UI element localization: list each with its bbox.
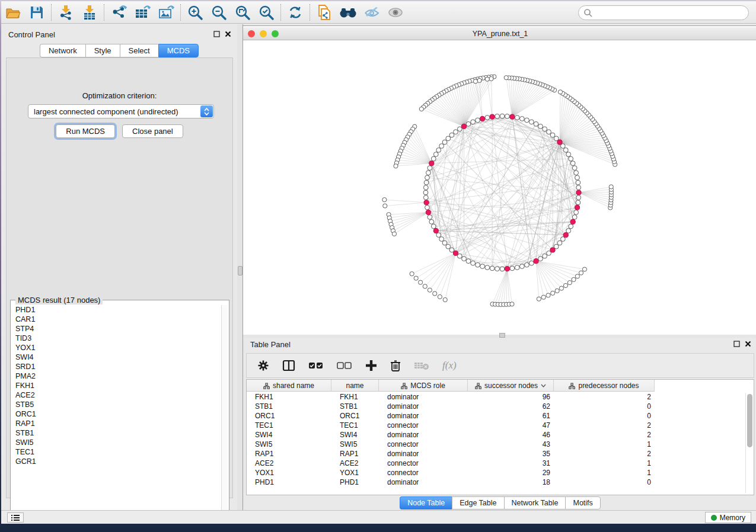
table-row[interactable]: SWI5SWI5connector431 [247, 440, 745, 449]
table-scrollbar[interactable] [745, 393, 752, 493]
graph-ring-node[interactable] [500, 114, 505, 118]
graph-dominator-node[interactable] [510, 114, 515, 119]
show-columns-icon[interactable] [282, 360, 295, 371]
export-image-button[interactable] [154, 3, 178, 22]
graph-ring-node[interactable] [442, 241, 447, 245]
graph-leaf-node[interactable] [546, 293, 550, 297]
add-row-icon[interactable] [365, 360, 377, 371]
graph-leaf-node[interactable] [582, 267, 586, 271]
graph-ring-node[interactable] [449, 133, 454, 137]
show-all-button[interactable] [384, 3, 407, 22]
graph-ring-node[interactable] [560, 237, 565, 242]
graph-leaf-node[interactable] [504, 76, 508, 80]
graph-dominator-node[interactable] [461, 124, 466, 129]
graph-dominator-node[interactable] [433, 228, 438, 233]
zoom-fit-button[interactable] [231, 3, 254, 22]
mcds-result-item[interactable]: STB5 [15, 400, 222, 409]
graph-ring-node[interactable] [510, 266, 515, 271]
table-row[interactable]: YOX1YOX1connector291 [247, 468, 745, 477]
graph-leaf-node[interactable] [382, 198, 387, 202]
mcds-result-item[interactable]: PHD1 [15, 305, 222, 315]
graph-ring-node[interactable] [575, 175, 580, 180]
graph-dominator-node[interactable] [429, 161, 434, 166]
deselect-all-rows-icon[interactable] [337, 361, 352, 370]
graph-ring-node[interactable] [466, 121, 471, 126]
delete-row-icon[interactable] [390, 360, 401, 371]
tab-edge-table[interactable]: Edge Table [452, 496, 503, 509]
graph-ring-node[interactable] [560, 144, 565, 149]
graph-ring-node[interactable] [442, 140, 447, 145]
graph-ring-node[interactable] [515, 265, 519, 270]
tab-node-table[interactable]: Node Table [400, 496, 452, 509]
graph-leaf-node[interactable] [473, 79, 477, 84]
graph-leaf-node[interactable] [392, 232, 396, 236]
table-row[interactable]: SWI4SWI4dominator462 [247, 430, 745, 440]
graph-ring-node[interactable] [425, 205, 430, 210]
zoom-in-button[interactable] [183, 3, 207, 22]
graph-leaf-node[interactable] [572, 277, 576, 281]
show-panels-button[interactable] [7, 512, 24, 523]
graph-leaf-node[interactable] [477, 78, 481, 82]
graph-ring-node[interactable] [576, 196, 581, 200]
graph-leaf-node[interactable] [414, 276, 418, 280]
column-header-MCDS-role[interactable]: MCDS role [379, 380, 468, 392]
graph-ring-node[interactable] [572, 215, 577, 220]
graph-ring-node[interactable] [490, 266, 495, 271]
graph-ring-node[interactable] [423, 185, 428, 190]
graph-leaf-node[interactable] [551, 291, 555, 295]
network-canvas[interactable] [243, 40, 756, 335]
mcds-result-item[interactable]: GCR1 [15, 457, 222, 466]
graph-ring-node[interactable] [449, 248, 454, 252]
graph-ring-node[interactable] [424, 180, 429, 185]
graph-leaf-node[interactable] [489, 76, 493, 81]
mcds-result-item[interactable]: CAR1 [15, 315, 222, 324]
mcds-result-item[interactable]: SRD1 [15, 362, 222, 371]
open-session-button[interactable] [1, 3, 25, 22]
column-header-successor-nodes[interactable]: successor nodes [468, 380, 554, 392]
mcds-result-item[interactable]: ORC1 [15, 409, 222, 419]
network-graph[interactable] [243, 40, 756, 335]
export-network-button[interactable] [107, 3, 130, 22]
graph-ring-node[interactable] [525, 262, 529, 267]
graph-ring-node[interactable] [485, 265, 490, 270]
graph-leaf-node[interactable] [567, 281, 572, 285]
graph-dominator-node[interactable] [490, 114, 495, 119]
zoom-selected-button[interactable] [254, 3, 278, 22]
tab-mcds[interactable]: MCDS [158, 44, 199, 57]
graph-ring-node[interactable] [495, 114, 500, 118]
graph-ring-node[interactable] [471, 120, 476, 124]
graph-ring-node[interactable] [538, 257, 543, 261]
graph-ring-node[interactable] [454, 130, 458, 134]
mcds-result-item[interactable]: STP4 [15, 324, 222, 334]
graph-ring-node[interactable] [476, 118, 480, 123]
table-row[interactable]: TEC1TEC1connector472 [247, 421, 745, 430]
select-all-rows-icon[interactable] [308, 361, 324, 370]
close-panel-button[interactable]: Close panel [122, 124, 183, 138]
graph-leaf-node[interactable] [575, 274, 579, 278]
graph-ring-node[interactable] [426, 171, 430, 175]
graph-dominator-node[interactable] [505, 267, 509, 271]
graph-ring-node[interactable] [574, 210, 579, 214]
graph-leaf-node[interactable] [558, 90, 562, 94]
mcds-result-item[interactable]: ACE2 [15, 390, 222, 400]
graph-dominator-node[interactable] [480, 116, 485, 121]
graph-leaf-node[interactable] [428, 288, 432, 292]
graph-ring-node[interactable] [550, 133, 555, 137]
import-table-button[interactable] [78, 3, 101, 22]
graph-ring-node[interactable] [576, 180, 580, 185]
mcds-result-item[interactable]: TID3 [15, 334, 222, 343]
table-row[interactable]: ORC1ORC1dominator610 [247, 411, 745, 421]
graph-dominator-node[interactable] [534, 259, 538, 264]
graph-dominator-node[interactable] [576, 190, 581, 195]
graph-ring-node[interactable] [428, 166, 432, 171]
graph-ring-node[interactable] [439, 144, 444, 149]
graph-ring-node[interactable] [576, 185, 581, 190]
apply-layout-button[interactable] [283, 3, 307, 22]
graph-ring-node[interactable] [485, 116, 490, 120]
graph-ring-node[interactable] [538, 124, 543, 129]
criterion-dropdown[interactable]: largest connected component (undirected) [28, 104, 214, 118]
graph-ring-node[interactable] [543, 254, 547, 258]
graph-ring-node[interactable] [505, 114, 510, 118]
search-input[interactable] [593, 9, 748, 17]
graph-leaf-node[interactable] [559, 286, 563, 290]
